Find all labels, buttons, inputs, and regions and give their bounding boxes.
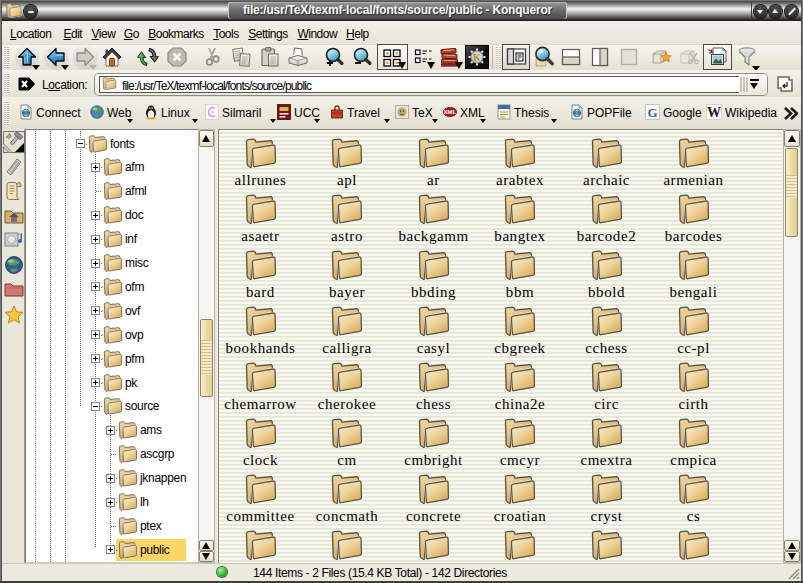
svg-text:XML: XML — [443, 108, 456, 115]
svg-text:G: G — [647, 105, 657, 120]
svg-text:K: K — [473, 52, 481, 63]
svg-text:W: W — [707, 105, 721, 120]
